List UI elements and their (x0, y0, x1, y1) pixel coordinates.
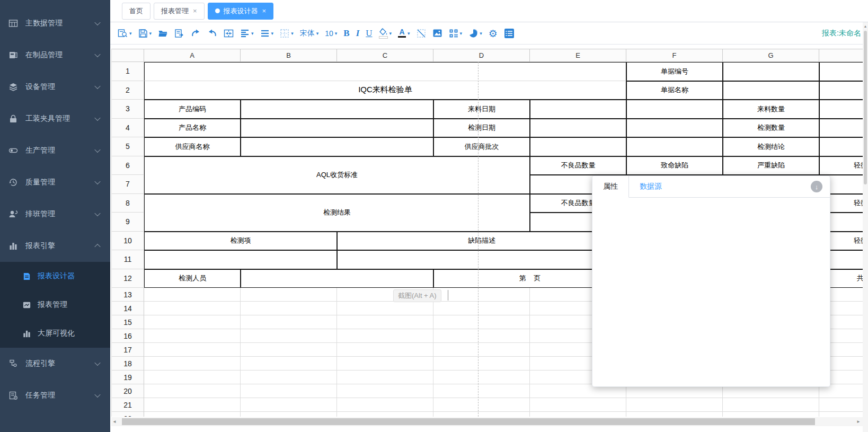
row-header[interactable]: 6 (111, 156, 144, 175)
row-header[interactable]: 1 (111, 62, 144, 81)
column-header-g[interactable]: G (723, 49, 819, 62)
cell-product-name-value[interactable] (241, 119, 433, 138)
cell-test-item-label[interactable]: 检测项 (144, 232, 337, 251)
horizontal-scroll-thumb[interactable] (122, 418, 815, 425)
cell-critical-defect-label[interactable]: 致命缺陷 (626, 156, 723, 175)
underline-button[interactable]: U (363, 25, 375, 41)
panel-tab-properties[interactable]: 属性 (592, 176, 629, 198)
cell-minor-defect-label[interactable]: 轻微缺陷 (819, 156, 863, 175)
line-height-button[interactable]: ▾ (258, 25, 277, 41)
sidebar-item-production[interactable]: 生产管理 (0, 135, 110, 166)
row-header[interactable]: 15 (111, 315, 144, 329)
redo-button[interactable] (188, 25, 203, 41)
scroll-up-arrow[interactable]: ▲ (863, 24, 868, 28)
sidebar-item-scheduling[interactable]: 排班管理 (0, 198, 110, 230)
column-header-b[interactable]: B (241, 49, 337, 62)
column-header-e[interactable]: E (530, 49, 626, 62)
row-header[interactable]: 11 (111, 250, 144, 269)
cell-defective-qty-label[interactable]: 不良品数量 (530, 156, 626, 175)
chart-button[interactable]: ▾ (466, 25, 485, 41)
collapse-panel-button[interactable]: ↓ (811, 181, 822, 192)
cell-incoming-date-value[interactable] (530, 100, 626, 119)
vertical-scroll-thumb[interactable] (864, 31, 867, 184)
cell-h2[interactable] (819, 81, 863, 100)
align-button[interactable]: ▾ (237, 25, 256, 41)
close-icon[interactable]: × (193, 7, 197, 14)
cell-ab11[interactable] (144, 250, 337, 269)
column-header-d[interactable]: D (433, 49, 530, 62)
column-header-f[interactable]: F (626, 49, 723, 62)
sidebar-item-task-management[interactable]: 任务管理 (0, 380, 110, 411)
column-header-c[interactable]: C (337, 49, 433, 62)
cell-inspector-label[interactable]: 检测人员 (144, 269, 241, 288)
tab-report-management[interactable]: 报表管理 × (154, 3, 205, 20)
sidebar-item-tooling[interactable]: 工装夹具管理 (0, 103, 110, 135)
cell-ce11[interactable] (337, 250, 626, 269)
cell-f3[interactable] (626, 100, 723, 119)
insert-image-button[interactable] (430, 25, 445, 41)
cell-supplier-name-value[interactable] (241, 137, 433, 156)
merge-cells-button[interactable] (221, 25, 236, 41)
row-header[interactable]: 7 (111, 175, 144, 194)
panel-tab-datasource[interactable]: 数据源 (629, 176, 672, 197)
row-header[interactable]: 2 (111, 81, 144, 100)
cell-supplier-batch-value[interactable] (530, 137, 626, 156)
row-header[interactable]: 14 (111, 302, 144, 315)
column-header-a[interactable]: A (144, 49, 241, 62)
export-button[interactable] (172, 25, 187, 41)
open-button[interactable] (155, 25, 171, 41)
cell-major-defect-label[interactable]: 严重缺陷 (723, 156, 819, 175)
cell-product-name-label[interactable]: 产品名称 (144, 119, 241, 138)
cell-h4[interactable] (819, 119, 863, 138)
cell-form-title[interactable]: IQC来料检验单 (144, 81, 626, 100)
cell-test-result-label[interactable]: 检测结果 (144, 194, 530, 232)
bold-button[interactable]: B (341, 25, 352, 41)
preview-button[interactable]: ▾ (115, 25, 135, 41)
row-header[interactable]: 21 (111, 398, 144, 412)
fill-color-button[interactable]: ▾ (376, 25, 395, 41)
list-view-button[interactable] (501, 25, 517, 41)
cell-h5[interactable] (819, 137, 863, 156)
cell-doc-no-value[interactable] (723, 62, 819, 81)
row-header[interactable]: 17 (111, 343, 144, 357)
sidebar-item-report-designer[interactable]: 报表设计器 (0, 262, 110, 290)
cell-a1e1-empty[interactable] (144, 62, 626, 81)
cell-doc-no-label[interactable]: 单据编号 (626, 62, 723, 81)
cell-test-date-value[interactable] (530, 119, 626, 138)
cell-f4[interactable] (626, 119, 723, 138)
select-all-corner[interactable] (111, 49, 144, 62)
scroll-right-arrow[interactable]: ► (855, 419, 862, 424)
cell-aql-standard-label[interactable]: AQL收货标准 (144, 156, 530, 194)
close-icon[interactable]: × (262, 7, 267, 14)
sidebar-item-report-engine[interactable]: 报表引擎 (0, 230, 110, 262)
borders-button[interactable]: ▾ (277, 25, 296, 41)
settings-button[interactable]: ⚙ (486, 25, 500, 41)
cell-h1[interactable] (819, 62, 863, 81)
tab-home[interactable]: 首页 (122, 3, 150, 20)
cell-supplier-batch-label[interactable]: 供应商批次 (433, 137, 530, 156)
cell-test-date-label[interactable]: 检测日期 (433, 119, 530, 138)
cell-inspector-value[interactable] (241, 269, 433, 288)
row-header[interactable]: 9 (111, 213, 144, 232)
row-header[interactable]: 10 (111, 232, 144, 251)
row-header[interactable]: 20 (111, 384, 144, 398)
row-header[interactable]: 13 (111, 288, 144, 302)
sidebar-item-dashboard-visualization[interactable]: 大屏可视化 (0, 319, 110, 348)
sidebar-item-master-data[interactable]: 主数据管理 (0, 7, 110, 39)
row-header[interactable]: 5 (111, 137, 144, 156)
cell-f5[interactable] (626, 137, 723, 156)
qrcode-button[interactable]: ▾ (446, 25, 465, 41)
row-header[interactable]: 19 (111, 371, 144, 384)
row-header[interactable]: 3 (111, 100, 144, 119)
cell-incoming-qty-label[interactable]: 来料数量 (723, 100, 819, 119)
font-size-select[interactable]: 10 ▾ (322, 25, 340, 41)
sidebar-item-process-engine[interactable]: 流程引擎 (0, 348, 110, 380)
cell-h3[interactable] (819, 100, 863, 119)
row-header[interactable]: 12 (111, 269, 144, 288)
save-button[interactable]: ▾ (136, 25, 155, 41)
cell-doc-name-label[interactable]: 单据名称 (626, 81, 723, 100)
font-family-select[interactable]: 宋体 ▾ (297, 25, 322, 41)
sidebar-item-wip[interactable]: 在制品管理 (0, 39, 110, 71)
row-header[interactable]: 18 (111, 357, 144, 371)
row-header[interactable]: 16 (111, 329, 144, 343)
